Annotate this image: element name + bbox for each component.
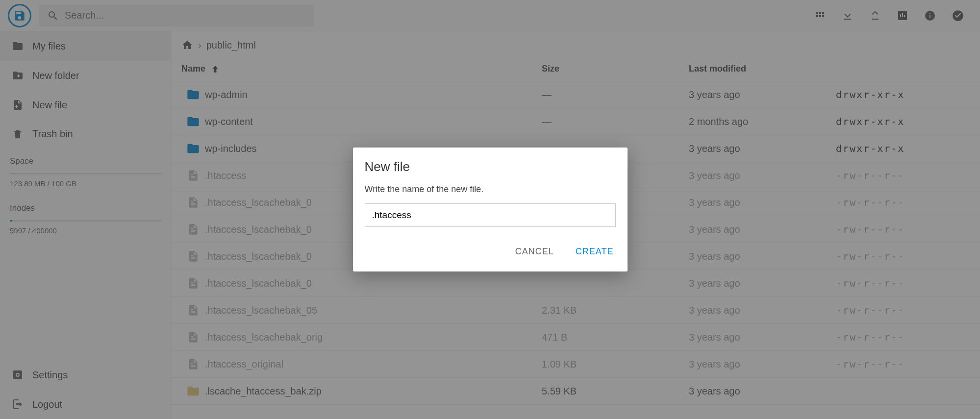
new-file-dialog: New file Write the name of the new file.… xyxy=(353,148,628,271)
dialog-title: New file xyxy=(365,159,616,174)
create-button[interactable]: CREATE xyxy=(574,244,616,260)
cancel-button[interactable]: CANCEL xyxy=(513,244,556,260)
dialog-message: Write the name of the new file. xyxy=(365,184,616,195)
modal-overlay[interactable]: New file Write the name of the new file.… xyxy=(0,0,980,419)
filename-input[interactable] xyxy=(365,203,616,227)
